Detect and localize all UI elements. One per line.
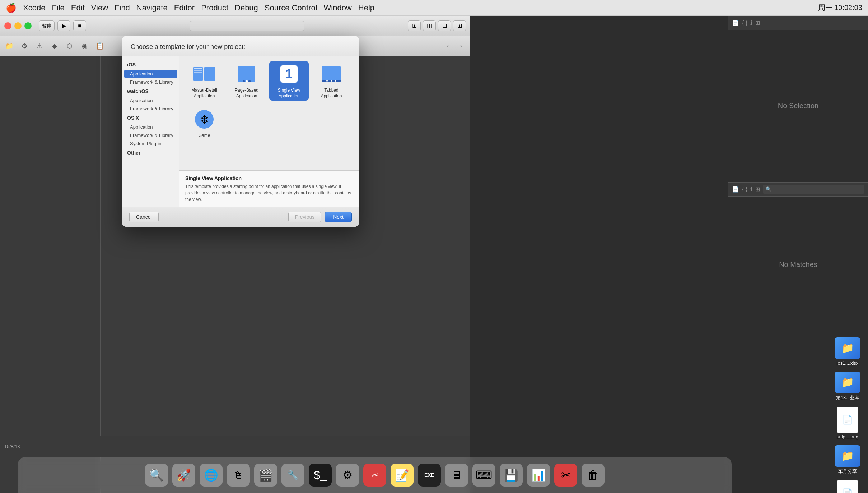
category-osx-application[interactable]: Application bbox=[122, 123, 179, 131]
menu-file[interactable]: File bbox=[52, 3, 64, 13]
nav-icon-test[interactable]: ◆ bbox=[49, 40, 60, 52]
category-ios-framework[interactable]: Framework & Library bbox=[122, 78, 179, 86]
menu-navigate[interactable]: Navigate bbox=[136, 3, 168, 13]
maximize-button[interactable] bbox=[24, 22, 32, 29]
traffic-lights bbox=[4, 22, 32, 29]
category-watchos-application[interactable]: Application bbox=[122, 96, 179, 105]
category-other[interactable]: Other bbox=[122, 148, 179, 158]
desktop-item-3[interactable]: 📄 snip....png bbox=[831, 407, 864, 439]
dock-trash[interactable]: 🗑 bbox=[582, 464, 605, 487]
inspector-code-icon[interactable]: { } bbox=[742, 20, 747, 26]
next-button[interactable]: Next bbox=[325, 212, 352, 222]
template-game[interactable]: ❄ Game bbox=[185, 103, 224, 143]
dock-movie[interactable]: 🎬 bbox=[254, 464, 277, 487]
nav-icon-folder[interactable]: 📁 bbox=[4, 40, 15, 52]
menu-debug[interactable]: Debug bbox=[235, 3, 258, 13]
svg-point-13 bbox=[326, 80, 328, 82]
category-osx[interactable]: OS X bbox=[122, 113, 179, 123]
menu-find[interactable]: Find bbox=[115, 3, 130, 13]
desktop-item-label-4: 车丹分享 bbox=[838, 468, 857, 475]
desktop-icons-area: 📁 ios1....xlsx 📁 第13...业库 📄 snip....png … bbox=[728, 333, 868, 493]
dock-notes[interactable]: 📝 bbox=[391, 464, 414, 487]
category-ios[interactable]: iOS bbox=[122, 60, 179, 70]
desktop-item-2[interactable]: 📁 第13...业库 bbox=[831, 372, 864, 401]
svg-rect-4 bbox=[194, 72, 202, 73]
menu-help[interactable]: Help bbox=[358, 3, 374, 13]
svg-rect-5 bbox=[238, 66, 255, 82]
nav-back[interactable]: ‹ bbox=[442, 40, 454, 52]
fb-icon-1[interactable]: 📄 bbox=[732, 186, 739, 193]
nav-icon-bp[interactable]: ◉ bbox=[79, 40, 90, 52]
nav-icon-debug[interactable]: ⬡ bbox=[64, 40, 75, 52]
dock-xmind[interactable]: ✂ bbox=[363, 464, 386, 487]
close-button[interactable] bbox=[4, 22, 11, 29]
menu-editor[interactable]: Editor bbox=[174, 3, 195, 13]
pause-label: 暂停 bbox=[42, 23, 51, 29]
dock-terminal[interactable]: $_ bbox=[309, 464, 332, 487]
fb-icon-2[interactable]: { } bbox=[742, 186, 747, 193]
apple-menu[interactable]: 🍎 bbox=[6, 3, 17, 13]
desktop-item-4[interactable]: 📁 车丹分享 bbox=[831, 445, 864, 475]
inspector-info-icon[interactable]: ℹ bbox=[750, 19, 752, 26]
dock-app3[interactable]: ✂ bbox=[554, 464, 577, 487]
debug-toggle[interactable]: ◫ bbox=[423, 20, 436, 31]
svg-point-6 bbox=[243, 80, 245, 82]
scheme-selector[interactable] bbox=[190, 21, 304, 31]
dock-finder[interactable]: 🔍 bbox=[145, 464, 168, 487]
menu-window[interactable]: Window bbox=[324, 3, 352, 13]
dock-tools[interactable]: 🔧 bbox=[281, 464, 304, 487]
dock-kb[interactable]: ⌨ bbox=[472, 464, 495, 487]
navigator-toggle[interactable]: ⊞ bbox=[408, 20, 421, 31]
dock-launchpad[interactable]: 🚀 bbox=[172, 464, 195, 487]
category-osx-plugin[interactable]: System Plug-in bbox=[122, 139, 179, 148]
menu-view[interactable]: View bbox=[91, 3, 108, 13]
inspector-toggle[interactable]: ⊞ bbox=[453, 20, 466, 31]
nav-icon-warning[interactable]: ⚠ bbox=[34, 40, 45, 52]
svg-point-7 bbox=[246, 80, 248, 82]
run-button[interactable]: ▶ bbox=[57, 20, 70, 31]
nav-forward[interactable]: › bbox=[455, 40, 467, 52]
template-tabbed[interactable]: Tabbed Application bbox=[312, 61, 351, 101]
dock-mouse[interactable]: 🖱 bbox=[227, 464, 250, 487]
no-matches-area: No Matches bbox=[728, 197, 868, 333]
dock-disk[interactable]: 💾 bbox=[500, 464, 523, 487]
nav-icon-source[interactable]: ⚙ bbox=[19, 40, 30, 52]
menu-source-control[interactable]: Source Control bbox=[265, 3, 317, 13]
inspector-layout-icon[interactable]: ⊞ bbox=[755, 19, 760, 26]
right-panel-toolbar: 📄 { } ℹ ⊞ bbox=[728, 16, 868, 30]
search-input-area[interactable]: 🔍 bbox=[763, 185, 864, 194]
desktop-item-5[interactable]: 📄 snip....png bbox=[831, 480, 864, 493]
dock-safari[interactable]: 🌐 bbox=[200, 464, 223, 487]
minimize-button[interactable] bbox=[14, 22, 22, 29]
dock-exe[interactable]: EXE bbox=[418, 464, 441, 487]
menu-xcode[interactable]: Xcode bbox=[23, 3, 45, 13]
category-watchos[interactable]: watchOS bbox=[122, 86, 179, 96]
stop-button[interactable]: ■ bbox=[73, 20, 86, 31]
dock-app2[interactable]: 📊 bbox=[527, 464, 550, 487]
fb-icon-3[interactable]: ℹ bbox=[750, 186, 752, 193]
dock-settings[interactable]: ⚙ bbox=[336, 464, 359, 487]
cancel-button[interactable]: Cancel bbox=[129, 212, 159, 222]
dialog-title: Choose a template for your new project: bbox=[131, 43, 245, 50]
menu-product[interactable]: Product bbox=[201, 3, 228, 13]
previous-button[interactable]: Previous bbox=[288, 212, 321, 222]
template-master-detail[interactable]: Master-Detail Application bbox=[185, 61, 224, 101]
assistant-toggle[interactable]: ⊟ bbox=[438, 20, 451, 31]
desktop-item-1[interactable]: 📁 ios1....xlsx bbox=[831, 337, 864, 366]
menu-edit[interactable]: Edit bbox=[71, 3, 85, 13]
pause-button[interactable]: 暂停 bbox=[39, 20, 55, 31]
nav-icon-report[interactable]: 📋 bbox=[94, 40, 106, 52]
file-icon-2: 📄 bbox=[837, 480, 858, 493]
category-watchos-framework[interactable]: Framework & Library bbox=[122, 105, 179, 113]
dock-screen[interactable]: 🖥 bbox=[445, 464, 468, 487]
svg-point-8 bbox=[248, 80, 251, 82]
fb-icon-4[interactable]: ⊞ bbox=[755, 186, 760, 193]
svg-point-14 bbox=[331, 80, 332, 82]
dialog-body: iOS Application Framework & Library watc… bbox=[122, 56, 359, 207]
desktop-item-label-1: ios1....xlsx bbox=[837, 360, 859, 366]
inspector-file-icon[interactable]: 📄 bbox=[732, 19, 739, 26]
category-osx-framework[interactable]: Framework & Library bbox=[122, 131, 179, 139]
template-single-view[interactable]: 1 Single View Application bbox=[269, 61, 309, 101]
category-ios-application[interactable]: Application bbox=[124, 70, 177, 78]
template-page-based[interactable]: Page-Based Application bbox=[227, 61, 266, 101]
